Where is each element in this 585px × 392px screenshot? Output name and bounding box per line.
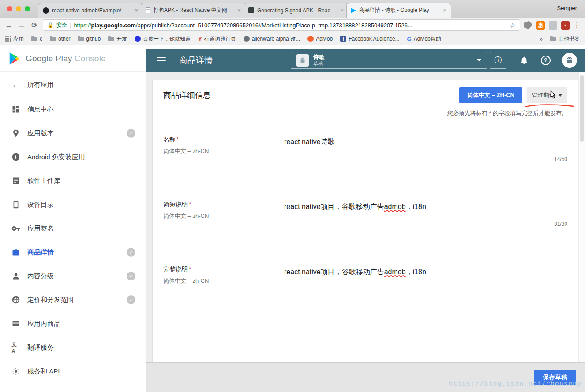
app-selector-dropdown[interactable]: 诗歌 草稿 bbox=[291, 52, 487, 69]
tab-react-native-doc[interactable]: 打包APK - React Native 中文网 × bbox=[141, 3, 246, 18]
app-icon bbox=[296, 54, 309, 67]
language-button[interactable]: 简体中文 – ZH-CN bbox=[459, 87, 522, 103]
close-tab-icon[interactable]: × bbox=[135, 7, 138, 14]
window-controls bbox=[7, 6, 30, 11]
person-icon bbox=[11, 272, 20, 280]
full-description-value: react native项目，谷歌移动广告admob，i18n bbox=[284, 268, 426, 276]
field-input-block: react native项目，谷歌移动广告admob，i18n bbox=[284, 265, 567, 285]
footer-bar: 保存草稿 bbox=[146, 362, 585, 392]
bookmark-admob-help[interactable]: GAdMob帮助 bbox=[407, 35, 441, 43]
sidebar-item-pricing-distribution[interactable]: 定价和分发范围 ✓ bbox=[0, 288, 146, 312]
tab-github[interactable]: react-native-admob/Example/ × bbox=[38, 3, 143, 18]
store-listing-card: 商品详细信息 简体中文 – ZH-CN 管理翻译 bbox=[152, 80, 578, 362]
sidebar-item-store-listing[interactable]: 商品详情 ✓ bbox=[0, 240, 146, 264]
page-body: 商品详细信息 简体中文 – ZH-CN 管理翻译 bbox=[146, 72, 585, 362]
info-icon[interactable]: ⓘ bbox=[490, 52, 506, 69]
manage-translations-button[interactable]: 管理翻译 bbox=[527, 87, 567, 103]
bookmarks-overflow-icon[interactable]: » bbox=[539, 35, 543, 42]
completed-check-icon: ✓ bbox=[127, 295, 135, 304]
close-tab-icon[interactable]: × bbox=[237, 7, 241, 14]
page-scrollbar[interactable] bbox=[578, 72, 585, 362]
sidebar-item-dashboard[interactable]: 信息中心 bbox=[0, 97, 146, 121]
sidebar-back-all-apps[interactable]: ← 所有应用 bbox=[0, 72, 146, 97]
card-title: 商品详细信息 bbox=[163, 90, 459, 101]
sidebar-item-translation-service[interactable]: 文A 翻译服务 bbox=[0, 336, 146, 359]
bookmark-star-icon[interactable]: ☆ bbox=[510, 21, 516, 30]
bookmark-facebook-audience[interactable]: fFacebook Audience... bbox=[340, 36, 399, 42]
sidebar-item-label: 服务和 API bbox=[27, 367, 60, 376]
hamburger-menu-icon[interactable] bbox=[157, 57, 166, 63]
full-description-input[interactable]: react native项目，谷歌移动广告admob，i18n bbox=[284, 265, 567, 283]
chevron-down-icon bbox=[559, 94, 562, 97]
char-counter: 31/80 bbox=[284, 221, 567, 227]
bookmark-folder-github[interactable]: github bbox=[78, 36, 101, 42]
tab-signed-apk[interactable]: Generating Signed APK · Reac × bbox=[244, 3, 349, 18]
text-caret bbox=[427, 267, 428, 276]
account-avatar[interactable] bbox=[562, 53, 577, 68]
page-title: 商品详情 bbox=[179, 55, 213, 66]
zoom-window-button[interactable] bbox=[25, 6, 30, 11]
close-tab-icon[interactable]: × bbox=[443, 7, 446, 14]
divider: | bbox=[70, 22, 71, 29]
manage-translations-label: 管理翻译 bbox=[532, 91, 555, 99]
sidebar-item-in-app-products[interactable]: 应用内商品 bbox=[0, 312, 146, 336]
bookmark-youdao[interactable]: Y有道词典首页 bbox=[198, 35, 236, 43]
help-icon[interactable]: ? bbox=[541, 56, 551, 65]
bookmark-other-bookmarks[interactable]: 其他书签 bbox=[550, 35, 580, 43]
sidebar-item-app-signing[interactable]: 应用签名 bbox=[0, 217, 146, 240]
sidebar-item-services-api[interactable]: 服务和 API bbox=[0, 359, 146, 383]
sidebar-item-label: 翻译服务 bbox=[27, 343, 54, 352]
title-input[interactable]: react native诗歌 bbox=[284, 136, 567, 153]
key-icon bbox=[11, 224, 20, 233]
save-draft-button[interactable]: 保存草稿 bbox=[534, 370, 576, 385]
extension-huihui-icon[interactable]: 惠 bbox=[536, 21, 545, 30]
sidebar-item-content-rating[interactable]: 内容分级 ✓ bbox=[0, 264, 146, 288]
youdao-icon: Y bbox=[198, 36, 202, 42]
bookmark-admob[interactable]: AdMob bbox=[308, 36, 333, 42]
menubar-user-label: Semper bbox=[557, 5, 577, 11]
tab-play-console-active[interactable]: 商品详情 - 诗歌 - Google Play × bbox=[346, 3, 451, 18]
sidebar-item-artifact-library[interactable]: 软件工件库 bbox=[0, 169, 146, 193]
reload-button[interactable]: ⟳ bbox=[30, 22, 39, 29]
sidebar-item-device-catalog[interactable]: 设备目录 bbox=[0, 193, 146, 217]
bookmark-folder-c[interactable]: c bbox=[31, 36, 42, 42]
bookmark-folder-dev[interactable]: 开发 bbox=[108, 35, 127, 43]
back-button[interactable]: ← bbox=[4, 22, 13, 29]
bookmark-folder-other[interactable]: other bbox=[50, 36, 70, 42]
play-console-logo[interactable]: Google PlayConsole bbox=[0, 45, 146, 72]
bookmark-label: alienware alpha 改... bbox=[252, 35, 300, 43]
sidebar-item-app-releases[interactable]: 应用版本 ✓ bbox=[0, 121, 146, 145]
address-bar[interactable]: 🔒 安全 | https://play.google.com/apps/publ… bbox=[43, 19, 520, 31]
extension-disabled-icon[interactable] bbox=[549, 21, 557, 30]
close-tab-icon[interactable]: × bbox=[340, 7, 344, 14]
short-description-input[interactable]: react native项目，谷歌移动广告admob，i18n bbox=[284, 201, 567, 218]
bookmark-label: github bbox=[86, 36, 101, 42]
field-input-block: react native诗歌 14/50 bbox=[284, 136, 567, 162]
translate-icon: 文A bbox=[11, 343, 20, 352]
main-content: 商品详情 诗歌 草稿 ⓘ ? bbox=[146, 45, 585, 392]
services-api-icon bbox=[11, 367, 20, 376]
bookmarks-bar: 应用 c other github 开发 百度一下，你就知道 Y有道词典首页 a… bbox=[0, 33, 585, 45]
required-asterisk: * bbox=[176, 136, 179, 143]
forward-button[interactable]: → bbox=[17, 22, 26, 29]
bookmark-baidu[interactable]: 百度一下，你就知道 bbox=[135, 35, 191, 43]
browser-menu-icon[interactable]: ⋮ bbox=[574, 21, 581, 29]
scrollbar-thumb[interactable] bbox=[580, 75, 584, 142]
char-counter: 14/50 bbox=[284, 156, 567, 162]
minimize-window-button[interactable] bbox=[16, 6, 21, 11]
tab-title: Generating Signed APK · Reac bbox=[257, 7, 337, 14]
close-window-button[interactable] bbox=[7, 6, 12, 11]
extension-tool-icon[interactable] bbox=[524, 21, 532, 30]
bookmark-apps[interactable]: 应用 bbox=[5, 35, 24, 43]
extension-red-icon[interactable]: ✓ bbox=[561, 21, 570, 30]
folder-icon bbox=[31, 37, 38, 41]
releases-pin-icon bbox=[11, 129, 20, 138]
screen: react-native-admob/Example/ × 打包APK - Re… bbox=[0, 0, 585, 392]
notifications-bell-icon[interactable] bbox=[520, 56, 529, 65]
globe-icon bbox=[11, 295, 20, 304]
bookmark-alienware[interactable]: alienware alpha 改... bbox=[244, 35, 300, 43]
sidebar-item-instant-apps[interactable]: Android 免安装应用 bbox=[0, 145, 146, 169]
field-locale: 简体中文 – zh-CN bbox=[163, 147, 284, 155]
field-full-description: 完整说明* 简体中文 – zh-CN react native项目，谷歌移动广告… bbox=[163, 265, 567, 285]
url-text[interactable]: https://play.google.com/apps/publish/?ac… bbox=[74, 22, 506, 29]
